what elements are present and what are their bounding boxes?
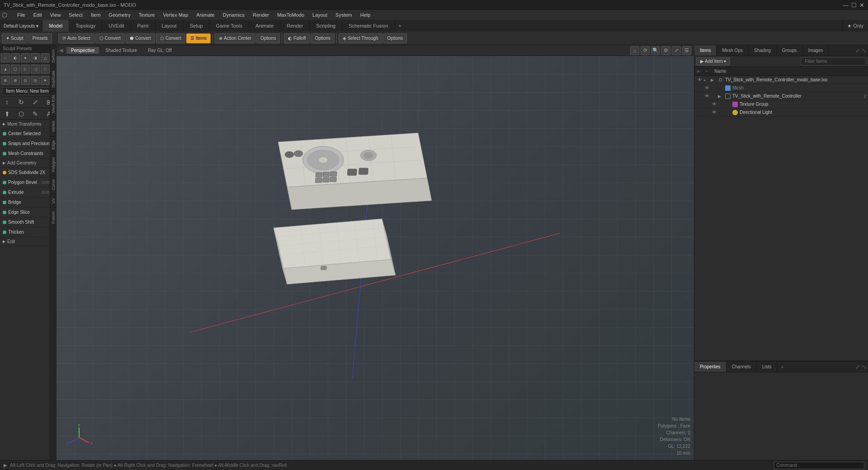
- rp-bottom-collapse[interactable]: ⤡: [862, 364, 866, 370]
- status-arrow[interactable]: ▶: [4, 463, 7, 468]
- scene-item-tvstick[interactable]: 👁 ▶ TV_Stick_with_Remote_Controller 2: [694, 92, 868, 100]
- sculpt-icon-14[interactable]: ◎: [31, 76, 40, 85]
- tab-scripting[interactable]: Scripting: [310, 20, 342, 32]
- options3-btn[interactable]: Options: [383, 33, 407, 43]
- maximize-btn[interactable]: ☐: [851, 2, 857, 9]
- tab-layout[interactable]: Layout: [156, 20, 184, 32]
- tab-topology[interactable]: Topology: [69, 20, 102, 32]
- falloff-btn[interactable]: ◐ Falloff: [284, 33, 310, 43]
- rp-tab-shading[interactable]: Shading: [749, 45, 777, 56]
- rp-bottom-tab-properties[interactable]: Properties: [694, 362, 726, 372]
- selectthrough-btn[interactable]: ◈ Select Through: [339, 33, 382, 43]
- sculpt-icon-7[interactable]: ⬡: [11, 65, 20, 74]
- sculpt-icon-11[interactable]: ⊕: [1, 76, 10, 85]
- smooth-shift-btn[interactable]: Smooth Shift: [0, 217, 56, 227]
- vp-home-btn[interactable]: ⌂: [630, 46, 639, 55]
- expand-root[interactable]: ▶: [711, 78, 716, 82]
- vert-tab-polygon[interactable]: Polygon: [50, 153, 56, 176]
- menu-maxtomodo[interactable]: MaxToModo: [274, 11, 308, 19]
- tab-only[interactable]: ★ Only: [842, 20, 868, 32]
- sculpt-icon-12[interactable]: ⊗: [11, 76, 20, 85]
- sculpt-icon-9[interactable]: ◁: [31, 65, 40, 74]
- vert-tab-meshedit[interactable]: Mesh Edit: [50, 91, 56, 117]
- sculpt-icon-4[interactable]: ◑: [31, 53, 40, 62]
- edge-slice-btn[interactable]: Edge Slice: [0, 207, 56, 217]
- eye-mesh[interactable]: 👁: [703, 85, 711, 92]
- sculpt-icon-15[interactable]: ✦: [41, 76, 50, 85]
- command-input[interactable]: [774, 462, 864, 469]
- vert-tab-duplicate[interactable]: Duplicate: [50, 66, 56, 91]
- menu-edit[interactable]: Edit: [30, 11, 46, 19]
- eye-light[interactable]: 👁: [711, 109, 718, 116]
- rp-bottom-tab-channels[interactable]: Channels: [726, 362, 757, 372]
- tab-render[interactable]: Render: [280, 20, 310, 32]
- tab-schematicfusion[interactable]: Schematic Fusion: [342, 20, 395, 32]
- eye-tvstick[interactable]: 👁: [703, 93, 711, 100]
- vp-tab-shaded[interactable]: Shaded Texture: [101, 47, 142, 54]
- eye-texture[interactable]: 👁: [711, 101, 718, 108]
- filter-items-input[interactable]: [801, 57, 866, 66]
- sculpt-icon-10[interactable]: □: [41, 65, 50, 74]
- menu-select[interactable]: Select: [65, 11, 86, 19]
- vp-settings-btn[interactable]: ⚙: [661, 46, 670, 55]
- minimize-btn[interactable]: —: [843, 2, 849, 9]
- menu-help[interactable]: Help: [357, 11, 374, 19]
- edit-header[interactable]: ▶ Edit ▾: [0, 237, 56, 246]
- scene-item-mesh[interactable]: 👁 Mesh: [694, 84, 868, 92]
- viewport[interactable]: ◀ Perspective Shaded Texture Ray GL: Off…: [57, 45, 694, 460]
- rp-expand-icon[interactable]: ⤢: [855, 47, 860, 54]
- push-icon[interactable]: ⬆: [0, 108, 14, 119]
- rp-tab-items[interactable]: Items: [694, 45, 717, 56]
- vert-tab-curve[interactable]: Curve: [50, 175, 56, 194]
- scene-item-root[interactable]: 👁 + ▶ 🗋 TV_Stick_with_Remote_Controller_…: [694, 76, 868, 84]
- sculpt-icon-13[interactable]: ⊙: [21, 76, 30, 85]
- add-geometry-header[interactable]: ▶ Add Geometry: [0, 159, 56, 168]
- tab-uvedit[interactable]: UVEdit: [102, 20, 131, 32]
- rp-bottom-expand[interactable]: ⤢: [855, 364, 860, 370]
- items-btn[interactable]: ☰ Items: [186, 33, 211, 43]
- menu-render[interactable]: Render: [249, 11, 273, 19]
- tab-animate[interactable]: Animate: [249, 20, 280, 32]
- tab-paint[interactable]: Paint: [131, 20, 156, 32]
- vp-search-btn[interactable]: 🔍: [651, 46, 660, 55]
- sculpt-btn[interactable]: ✦ Sculpt: [2, 33, 28, 43]
- pen-icon[interactable]: ✎: [28, 108, 42, 119]
- snaps-precision-btn[interactable]: Snaps and Precision: [0, 139, 56, 149]
- vp-left-arrow[interactable]: ◀: [59, 47, 63, 53]
- menu-item[interactable]: Item: [87, 11, 104, 19]
- add-tab-btn[interactable]: +: [395, 20, 405, 32]
- auto-select-btn[interactable]: ⟳ Auto Select: [58, 33, 94, 43]
- sculpt-icon-5[interactable]: △: [41, 53, 50, 62]
- sculpt-icon-6[interactable]: ▲: [1, 65, 10, 74]
- menu-layout[interactable]: Layout: [309, 11, 331, 19]
- eye-root[interactable]: 👁: [696, 76, 703, 84]
- vert-tab-uv[interactable]: UV: [50, 194, 56, 207]
- scale-icon[interactable]: ⤢: [28, 96, 42, 108]
- polygon-bevel-btn[interactable]: Polygon Bevel Shift-B: [0, 178, 56, 188]
- item-menu-select[interactable]: Item Menu: New Item: [2, 87, 57, 95]
- window-controls[interactable]: — ☐ ✕: [843, 2, 864, 9]
- vp-tab-perspective[interactable]: Perspective: [66, 47, 99, 54]
- convert2-btn[interactable]: ⬟ Convert: [126, 33, 155, 43]
- sculpt-presets-header[interactable]: Sculpt Presets ▾: [0, 45, 56, 52]
- more-transforms-header[interactable]: ▶ More Transforms ▾: [0, 120, 56, 129]
- thicken-btn[interactable]: Thicken: [0, 227, 56, 237]
- element-icon[interactable]: ⬡: [14, 108, 28, 119]
- rp-tab-images[interactable]: Images: [803, 45, 829, 56]
- tab-model[interactable]: Model: [42, 20, 69, 32]
- options2-btn[interactable]: Options: [311, 33, 334, 43]
- close-btn[interactable]: ✕: [859, 2, 864, 9]
- scene-item-texture[interactable]: 👁 Texture Group: [694, 100, 868, 108]
- menu-file[interactable]: File: [14, 11, 29, 19]
- extrude-btn[interactable]: Extrude Shift-X: [0, 188, 56, 197]
- menu-texture[interactable]: Texture: [135, 11, 159, 19]
- sculpt-icon-8[interactable]: ▷: [21, 65, 30, 74]
- move-icon[interactable]: ↕: [0, 96, 14, 108]
- tab-setup[interactable]: Setup: [184, 20, 210, 32]
- sculpt-icon-1[interactable]: ○: [1, 53, 10, 62]
- presets-btn[interactable]: Presets: [28, 33, 52, 43]
- vp-menu-btn[interactable]: ☰: [682, 46, 691, 55]
- convert3-btn[interactable]: ⬠ Convert: [156, 33, 185, 43]
- tab-gametools[interactable]: Game Tools: [209, 20, 249, 32]
- vp-expand-btn[interactable]: ⤢: [672, 46, 681, 55]
